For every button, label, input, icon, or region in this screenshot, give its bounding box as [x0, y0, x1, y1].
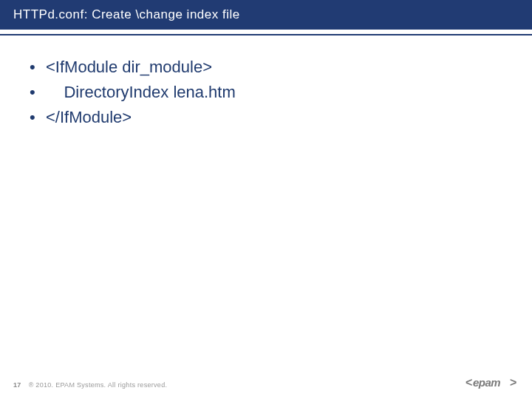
bullet-dot-icon: •: [30, 105, 46, 130]
svg-text:<: <: [466, 376, 472, 389]
copyright-text: ® 2010. EPAM Systems. All rights reserve…: [29, 381, 168, 389]
slide-title: HTTPd.conf: Create \change index file: [13, 7, 240, 21]
slide: HTTPd.conf: Create \change index file • …: [0, 0, 532, 399]
bullet-text: DirectoryIndex lena.htm: [46, 80, 502, 105]
bullet-dot-icon: •: [30, 55, 46, 80]
bullet-item: • <IfModule dir_module>: [30, 55, 502, 80]
page-number: 17: [13, 381, 21, 389]
slide-title-bar: HTTPd.conf: Create \change index file: [0, 0, 532, 30]
bullet-text: </IfModule>: [46, 105, 502, 130]
slide-footer: 17 ® 2010. EPAM Systems. All rights rese…: [13, 381, 167, 389]
svg-text:>: >: [510, 376, 516, 389]
slide-content: • <IfModule dir_module> • DirectoryIndex…: [0, 35, 532, 130]
epam-logo: < epam >: [466, 372, 519, 392]
svg-text:epam: epam: [473, 376, 500, 389]
bullet-dot-icon: •: [30, 80, 46, 105]
bullet-item: • DirectoryIndex lena.htm: [30, 80, 502, 105]
bullet-text: <IfModule dir_module>: [46, 55, 502, 80]
bullet-item: • </IfModule>: [30, 105, 502, 130]
